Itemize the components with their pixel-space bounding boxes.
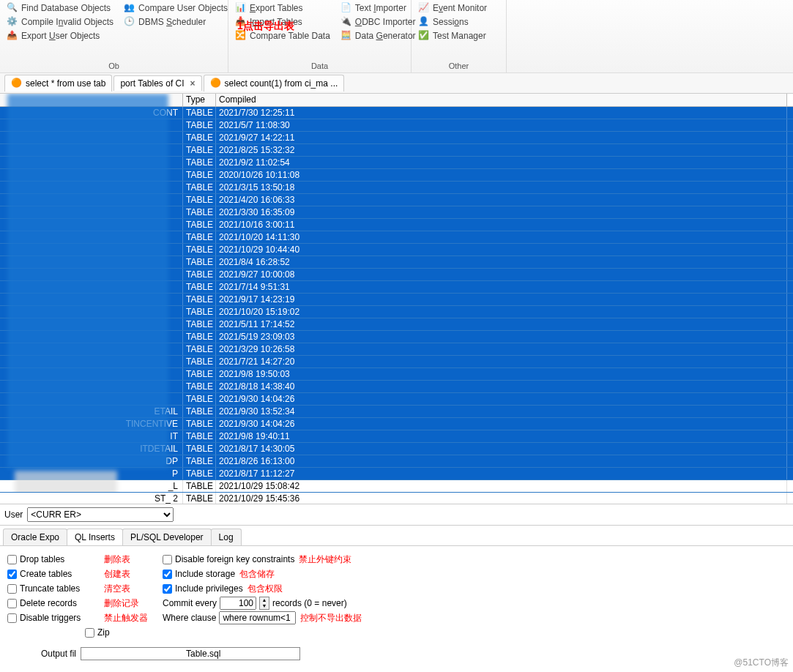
cell-type: TABLE	[183, 343, 216, 355]
table-row[interactable]: TABLE2021/9/27 10:00:08	[0, 269, 793, 281]
chk-drop-tables[interactable]	[7, 555, 17, 564]
chk-disable-fk[interactable]	[163, 555, 172, 564]
table-row[interactable]: ETAILTABLE2021/9/30 13:52:34	[0, 406, 793, 418]
table-row[interactable]: TABLE2021/3/30 16:35:09	[0, 206, 793, 219]
table-row[interactable]: TABLE2021/3/29 10:26:58	[0, 343, 793, 356]
opt-tab-oracle-export[interactable]: Oracle Expo	[3, 529, 67, 545]
table-row[interactable]: TABLE2021/8/4 16:28:52	[0, 256, 793, 269]
cell-type: TABLE	[183, 119, 216, 131]
tab-export-tables[interactable]: port Tables of CI×	[113, 75, 201, 91]
chk-zip[interactable]	[85, 628, 94, 638]
find-database-objects[interactable]: 🔍Find Database Objects	[4, 1, 116, 15]
cell-compiled: 2021/3/30 16:35:09	[216, 206, 787, 218]
table-row[interactable]: TABLE2021/9/17 14:23:19	[0, 294, 793, 306]
odbc-importer[interactable]: 🔌ODBC Importer	[338, 15, 418, 29]
cell-type: TABLE	[183, 256, 216, 268]
test-manager[interactable]: ✅Test Manager	[416, 29, 489, 42]
table-row[interactable]: TINCENTIVETABLE2021/9/30 14:04:26	[0, 418, 793, 430]
opt-tab-sql-inserts[interactable]: QL Inserts	[67, 529, 123, 545]
tab-sql-select[interactable]: 🟠select * from use tab	[4, 75, 112, 92]
cell-name	[0, 393, 183, 405]
ribbon-group-data-label: Data	[233, 61, 406, 71]
cell-compiled: 2021/7/14 9:51:31	[216, 281, 787, 293]
cell-compiled: 2021/9/17 14:23:19	[216, 294, 787, 305]
chk-create-tables[interactable]	[7, 570, 17, 579]
cell-type: TABLE	[183, 368, 216, 380]
lbl-disable-triggers: Disable triggers	[20, 613, 81, 623]
compile-invalid-objects[interactable]: ⚙️Compile Invalid Objects	[4, 15, 116, 29]
table-row[interactable]: ITDETAILTABLE2021/8/17 14:30:05	[0, 443, 793, 455]
ribbon-toolbar: 🔍Find Database Objects ⚙️Compile Invalid…	[0, 0, 793, 73]
export-options-panel: Drop tables 删除表 Disable foreign key cons…	[0, 545, 793, 646]
data-generator-icon: 🧮	[340, 30, 352, 42]
col-type[interactable]: Type	[183, 94, 216, 106]
table-row[interactable]: TABLE2021/10/16 3:00:11	[0, 219, 793, 231]
table-row[interactable]: ITTABLE2021/9/8 19:40:11	[0, 430, 793, 443]
opt-tab-log[interactable]: Log	[211, 529, 242, 545]
stepper-up-icon[interactable]: ▲	[260, 597, 269, 603]
cell-compiled: 2021/9/30 14:04:26	[216, 418, 787, 430]
chk-include-privileges[interactable]	[163, 584, 172, 594]
table-row[interactable]: _LTABLE2021/10/29 15:08:42	[0, 480, 793, 493]
table-row[interactable]: TABLE2020/10/26 10:11:08	[0, 169, 793, 182]
chk-delete-records[interactable]	[7, 599, 17, 608]
input-output-file[interactable]: Table.sql	[81, 647, 300, 660]
table-row[interactable]: TABLE2021/3/15 13:50:18	[0, 182, 793, 194]
close-tab-icon[interactable]: ×	[190, 78, 196, 89]
text-importer[interactable]: 📄Text Importer	[338, 1, 418, 15]
tab-sql-count[interactable]: 🟠select count(1) from ci_ma ...	[204, 75, 345, 92]
lbl-commit-suffix: records (0 = never)	[272, 598, 347, 608]
table-row[interactable]: DPTABLE2021/8/26 16:13:00	[0, 455, 793, 468]
table-row[interactable]: TABLE2021/9/2 11:02:54	[0, 157, 793, 169]
watermark: @51CTO博客	[734, 657, 789, 669]
annot-disable-triggers: 禁止触发器	[104, 612, 163, 624]
cell-name	[0, 281, 183, 293]
cell-compiled: 2021/5/7 11:08:30	[216, 119, 787, 131]
stepper-commit-every[interactable]: ▲▼	[259, 597, 269, 610]
export-user-objects[interactable]: 📤Export User Objects	[4, 29, 116, 42]
compare-user-objects[interactable]: 👥Compare User Objects	[122, 1, 230, 15]
dbms-scheduler[interactable]: 🕒DBMS Scheduler	[122, 15, 230, 29]
table-row[interactable]: TABLE2021/10/20 14:11:30	[0, 231, 793, 244]
annot-truncate-tables: 清空表	[104, 583, 163, 595]
input-commit-every[interactable]	[220, 597, 256, 610]
input-where-clause[interactable]	[219, 611, 296, 624]
event-monitor[interactable]: 📈Event Monitor	[416, 1, 489, 15]
col-compiled[interactable]: Compiled	[216, 94, 787, 106]
table-row[interactable]: TABLE2021/9/30 14:04:26	[0, 393, 793, 406]
table-row[interactable]: ST_ 2TABLE2021/10/29 15:45:36	[0, 493, 793, 504]
tables-grid[interactable]: Type Compiled CONTTABLE2021/7/30 12:25:1…	[0, 94, 793, 504]
table-row[interactable]: TABLE2021/7/14 9:51:31	[0, 281, 793, 294]
stepper-down-icon[interactable]: ▼	[260, 603, 269, 609]
table-row[interactable]: TABLE2021/4/20 16:06:33	[0, 194, 793, 206]
table-row[interactable]: TABLE2021/9/8 19:50:03	[0, 368, 793, 381]
table-row[interactable]: TABLE2021/8/25 15:32:32	[0, 144, 793, 157]
annot-where-clause: 控制不导出数据	[300, 612, 362, 624]
sql-icon: 🟠	[11, 78, 23, 89]
user-select[interactable]: <CURR ER>	[27, 507, 174, 522]
cell-name	[0, 356, 183, 367]
col-name[interactable]	[0, 94, 183, 106]
opt-tab-plsql-developer[interactable]: PL/SQL Developer	[122, 529, 212, 545]
sessions[interactable]: 👤Sessions	[416, 15, 489, 29]
table-row[interactable]: TABLE2021/10/20 15:19:02	[0, 306, 793, 318]
annot-create-tables: 创建表	[104, 568, 163, 580]
chk-disable-triggers[interactable]	[7, 613, 17, 623]
lbl-include-privileges: Include privileges	[175, 583, 243, 594]
table-row[interactable]: TABLE2021/9/27 14:22:11	[0, 132, 793, 144]
table-row[interactable]: CONTTABLE2021/7/30 12:25:11	[0, 107, 793, 119]
chk-include-storage[interactable]	[163, 570, 172, 579]
table-row[interactable]: TABLE2021/5/7 11:08:30	[0, 119, 793, 132]
cell-type: TABLE	[183, 107, 216, 119]
table-row[interactable]: PTABLE2021/8/17 11:12:27	[0, 468, 793, 480]
lbl-create-tables: Create tables	[20, 569, 72, 579]
export-tables[interactable]: 📊Export Tables	[233, 1, 332, 15]
table-row[interactable]: TABLE2021/8/18 14:38:40	[0, 381, 793, 393]
table-row[interactable]: TABLE2021/5/11 17:14:52	[0, 318, 793, 331]
table-row[interactable]: TABLE2021/5/19 23:09:03	[0, 331, 793, 343]
data-generator[interactable]: 🧮Data Generator	[338, 29, 418, 42]
chk-truncate-tables[interactable]	[7, 584, 17, 594]
table-row[interactable]: TABLE2021/7/21 14:27:20	[0, 356, 793, 368]
ribbon-group-other-label: Other	[416, 61, 502, 71]
table-row[interactable]: TABLE2021/10/29 10:44:40	[0, 244, 793, 256]
